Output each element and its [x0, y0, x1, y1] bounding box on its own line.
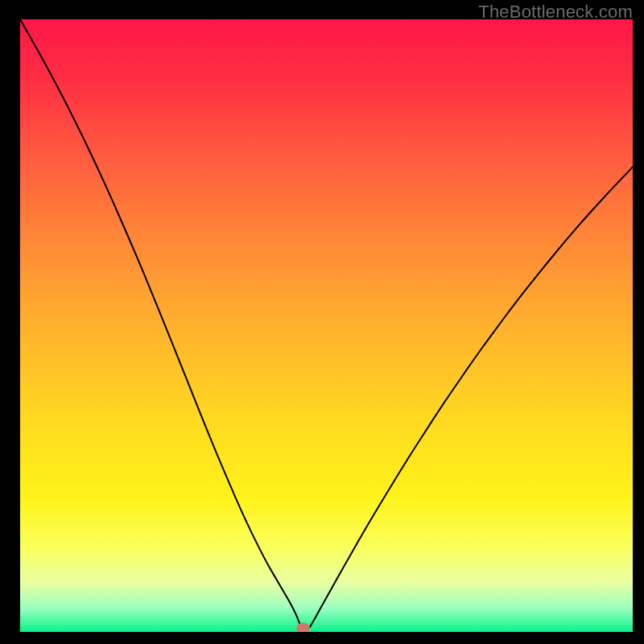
bottleneck-chart [20, 19, 633, 632]
chart-frame [10, 19, 633, 642]
chart-background [20, 19, 633, 632]
watermark-text: TheBottleneck.com [478, 2, 633, 23]
